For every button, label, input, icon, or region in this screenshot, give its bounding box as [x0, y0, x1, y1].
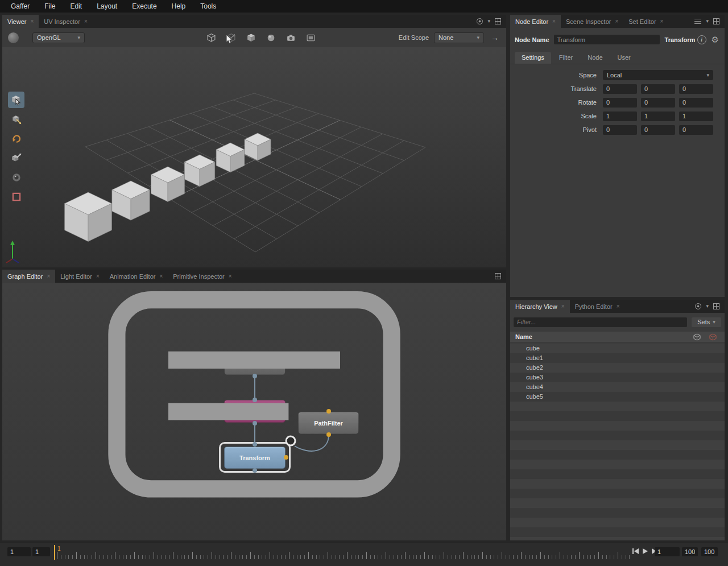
space-dropdown[interactable]: Local ▾ — [603, 70, 713, 80]
menu-help[interactable]: Help — [164, 2, 193, 10]
close-icon[interactable]: × — [660, 18, 664, 24]
translate-x-field[interactable] — [603, 84, 637, 94]
translate-y-field[interactable] — [641, 84, 675, 94]
list-item[interactable]: cube3 — [510, 373, 725, 382]
playhead[interactable] — [54, 545, 55, 560]
skip-to-start-icon[interactable] — [632, 548, 639, 554]
range-end-field[interactable] — [701, 547, 718, 556]
subtab-node[interactable]: Node — [581, 52, 609, 64]
image-frame-icon[interactable] — [304, 31, 317, 44]
menu-gaffer[interactable]: Gaffer — [3, 2, 37, 10]
close-icon[interactable]: × — [96, 273, 100, 279]
rotate-tool-button[interactable] — [8, 130, 24, 147]
shaded-cube-icon[interactable] — [245, 31, 257, 44]
wireframe-cube-icon[interactable] — [205, 31, 217, 44]
layout-grid-icon[interactable] — [713, 303, 719, 309]
renderer-value: OpenGL — [37, 34, 61, 41]
pivot-y-field[interactable] — [641, 125, 675, 135]
close-icon[interactable]: × — [561, 303, 565, 309]
close-icon[interactable]: × — [229, 273, 232, 279]
node-graph-canvas[interactable]: Cube Duplicate PathFilter Transform — [2, 283, 506, 540]
list-item[interactable]: cube5 — [510, 392, 725, 402]
list-item[interactable]: cube2 — [510, 363, 725, 373]
close-icon[interactable]: × — [84, 18, 88, 24]
tab-primitive-inspector[interactable]: Primitive Inspector × — [168, 270, 237, 283]
pin-editor-icon[interactable] — [695, 303, 701, 309]
layout-grid-icon[interactable] — [495, 273, 501, 279]
layout-grid-icon[interactable] — [495, 18, 501, 24]
inclusions-cube-icon[interactable] — [693, 333, 701, 341]
annotation-icon[interactable] — [2, 283, 506, 540]
tab-scene-inspector[interactable]: Scene Inspector × — [561, 15, 623, 28]
frame-field[interactable] — [655, 547, 680, 556]
renderer-dropdown[interactable]: OpenGL ▾ — [32, 32, 85, 43]
tab-graph-editor[interactable]: Graph Editor × — [2, 270, 55, 283]
tab-uv-inspector[interactable]: UV Inspector × — [39, 15, 92, 28]
gear-icon[interactable]: ⚙ — [712, 35, 719, 44]
timeline-ruler[interactable] — [57, 546, 630, 559]
tab-python-editor[interactable]: Python Editor × — [570, 300, 625, 313]
scene-end-field[interactable] — [682, 547, 698, 556]
play-icon[interactable] — [643, 548, 648, 554]
sets-dropdown[interactable]: Sets ▾ — [692, 317, 721, 327]
close-icon[interactable]: × — [30, 18, 34, 24]
tab-hierarchy-view[interactable]: Hierarchy View × — [510, 300, 570, 313]
scale-y-field[interactable] — [641, 111, 675, 121]
tab-light-editor[interactable]: Light Editor × — [55, 270, 105, 283]
rotate-z-field[interactable] — [679, 98, 713, 108]
list-item[interactable]: cube4 — [510, 382, 725, 392]
tab-viewer[interactable]: Viewer × — [2, 15, 39, 28]
translate-z-field[interactable] — [679, 84, 713, 94]
close-icon[interactable]: × — [159, 273, 163, 279]
filter-input[interactable] — [514, 317, 687, 327]
list-item[interactable]: cube1 — [510, 353, 725, 363]
viewer-toolbar: OpenGL ▾ — [2, 28, 506, 47]
pivot-x-field[interactable] — [603, 125, 637, 135]
translate-tool-button[interactable] — [8, 111, 24, 127]
menu-edit[interactable]: Edit — [63, 2, 89, 10]
subtab-user[interactable]: User — [611, 52, 638, 64]
edit-scope-value: None — [439, 34, 453, 41]
rotate-x-field[interactable] — [603, 98, 637, 108]
node-name-input[interactable] — [554, 35, 660, 44]
edit-scope-dropdown[interactable]: None ▾ — [434, 32, 484, 43]
scale-x-field[interactable] — [603, 111, 637, 121]
pin-editor-icon[interactable] — [477, 18, 483, 24]
close-icon[interactable]: × — [47, 273, 50, 279]
selection-tool-button[interactable] — [8, 92, 24, 108]
camera-tool-button[interactable] — [8, 169, 24, 185]
scale-z-field[interactable] — [679, 111, 713, 121]
viewer-orb-icon[interactable] — [8, 32, 19, 43]
camera-icon[interactable] — [284, 31, 297, 44]
pivot-z-field[interactable] — [679, 125, 713, 135]
chevron-down-icon[interactable]: ▾ — [706, 19, 709, 24]
viewport-3d[interactable] — [2, 47, 506, 267]
rotate-y-field[interactable] — [641, 98, 675, 108]
layout-grid-icon[interactable] — [713, 18, 719, 24]
close-icon[interactable]: × — [615, 18, 618, 24]
tab-animation-editor[interactable]: Animation Editor × — [105, 270, 168, 283]
chevron-down-icon: ▾ — [706, 73, 709, 78]
close-icon[interactable]: × — [552, 18, 556, 24]
close-icon[interactable]: × — [617, 303, 620, 309]
list-item[interactable]: cube — [510, 344, 725, 353]
tab-set-editor[interactable]: Set Editor × — [623, 15, 668, 28]
menu-layout[interactable]: Layout — [89, 2, 125, 10]
info-icon[interactable]: i — [697, 35, 706, 44]
exclusions-cube-icon[interactable] — [709, 333, 717, 341]
chevron-down-icon[interactable]: ▾ — [487, 19, 490, 24]
menu-file[interactable]: File — [37, 2, 63, 10]
edit-scope-arrow-icon[interactable]: → — [489, 33, 500, 42]
menu-tools[interactable]: Tools — [193, 2, 224, 10]
menu-execute[interactable]: Execute — [125, 2, 164, 10]
tab-node-editor[interactable]: Node Editor × — [510, 15, 561, 28]
range-start-field[interactable] — [7, 547, 31, 556]
crop-window-tool-button[interactable] — [8, 188, 24, 205]
chevron-down-icon[interactable]: ▾ — [706, 304, 709, 309]
sphere-icon[interactable] — [264, 31, 277, 44]
current-frame-field[interactable] — [32, 547, 50, 556]
scale-tool-button[interactable] — [8, 150, 24, 166]
subtab-settings[interactable]: Settings — [515, 52, 551, 64]
editor-mode-icon[interactable] — [694, 19, 701, 24]
subtab-filter[interactable]: Filter — [552, 52, 580, 64]
